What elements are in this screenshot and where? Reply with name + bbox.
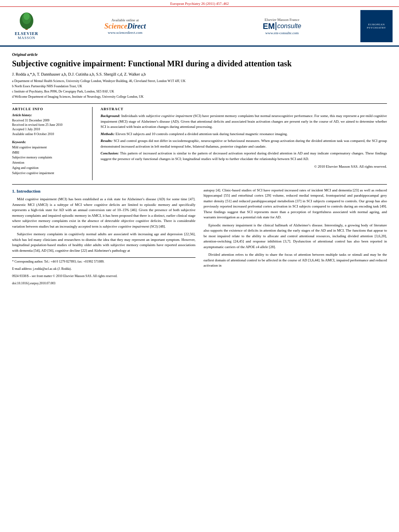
body-text-section: 1. Introduction Mild cognitive impairmen… [12, 188, 387, 289]
elsevier-tree-icon [16, 12, 37, 31]
abstract-background: Background: Individuals with subjective … [101, 113, 387, 130]
ep-logo-line1: EUROPEAN [368, 23, 385, 26]
elsevier-text: ELSEVIER [15, 31, 39, 36]
elsevier-masson-text: Elsevier Masson France [204, 18, 360, 22]
article-info-heading: ARTICLE INFO [12, 107, 86, 111]
intro-number: 1. [12, 189, 15, 193]
available-online-text: Available online at [47, 18, 204, 22]
abstract-copyright: © 2010 Elsevier Masson SAS. All rights r… [101, 164, 387, 170]
results-text: SCI and control groups did not differ in… [101, 139, 387, 148]
em-consulte-block: Elsevier Masson France EM consulte www.e… [204, 18, 360, 35]
keyword-3: Subjective memory complaints [12, 155, 86, 160]
svg-point-3 [24, 12, 30, 20]
authors-text: J. Rodda a,*,b, T. Dannhauser a,b, D.J. … [12, 72, 146, 76]
footnote-doi: doi:10.1016/j.eurpsy.2010.07.003 [12, 281, 195, 286]
article-info-column: ARTICLE INFO Article history: Received 3… [12, 107, 93, 180]
right-para1: autopsy [4]. Clinic-based studies of SCI… [204, 188, 387, 220]
keyword-4: Attention [12, 160, 86, 166]
abstract-conclusion: Conclusion: This pattern of increased ac… [101, 151, 387, 162]
journal-citation: European Psychiatry 26 (2011) 457–462 [170, 2, 229, 6]
body-right-column: autopsy [4]. Clinic-based studies of SCI… [204, 188, 387, 289]
keyword-2: fMRI [12, 150, 86, 156]
revised-text: Received in revised form 25 June 2010 [12, 123, 86, 127]
intro-para2: Subjective memory complaints in cognitiv… [12, 232, 195, 253]
affiliation-a: a Department of Mental Health Sciences, … [12, 79, 387, 84]
journal-header: European Psychiatry 26 (2011) 457–462 [0, 0, 399, 7]
results-label: Results: [101, 139, 113, 143]
affiliations-block: a Department of Mental Health Sciences, … [12, 79, 387, 99]
right-para3: Divided attention refers to the ability … [204, 252, 387, 269]
em-url: www.em-consulte.com [204, 31, 360, 35]
affiliation-b: b North Essex Partnership NHS Foundation… [12, 84, 387, 89]
keyword-1: Mild cognitive impairment [12, 145, 86, 150]
available-text: Available online 8 October 2010 [12, 132, 86, 136]
conclusion-label: Conclusion: [101, 151, 119, 155]
elsevier-logo: ELSEVIER MASSON [6, 12, 47, 40]
authors-line: J. Rodda a,*,b, T. Dannhauser a,b, D.J. … [12, 72, 387, 76]
right-para2: Episodic memory impairment is the clinic… [204, 223, 387, 250]
footnote-email: E-mail address: j.rodda@ucl.ac.uk (J. Ro… [12, 267, 195, 271]
sciencedirect-logo: ScienceDirect [47, 22, 204, 31]
received-text: Received 31 December 2009 [12, 118, 86, 123]
sciencedirect-block: Available online at ScienceDirect www.sc… [47, 18, 204, 35]
ep-logo-line2: PSYCHIATRY [367, 26, 386, 29]
logos-banner: ELSEVIER MASSON Available online at Scie… [0, 7, 399, 47]
background-label: Background: [101, 114, 120, 118]
methods-text: Eleven SCI subjects and 10 controls comp… [115, 132, 288, 136]
article-type-label: Original article [12, 52, 387, 57]
abstract-results: Results: SCI and control groups did not … [101, 138, 387, 149]
abstract-methods: Methods: Eleven SCI subjects and 10 cont… [101, 131, 387, 137]
background-text: Individuals with subjective cognitive im… [101, 114, 387, 129]
article-title: Subjective cognitive impairment: Functio… [12, 58, 387, 69]
intro-title: Introduction [16, 189, 41, 193]
intro-para1: Mild cognitive impairment (MCI) has been… [12, 197, 195, 229]
abstract-column: ABSTRACT Background: Individuals with su… [101, 107, 387, 180]
article-history-heading: Article history: [12, 113, 86, 117]
em-text: EM [263, 22, 275, 31]
article-history-section: Article history: Received 31 December 20… [12, 113, 86, 136]
keyword-6: Subjective cognitive impairment [12, 171, 86, 176]
accepted-text: Accepted 1 July 2010 [12, 127, 86, 131]
main-content: Original article Subjective cognitive im… [0, 47, 399, 292]
keywords-heading: Keywords: [12, 140, 86, 144]
intro-heading: 1. Introduction [12, 188, 195, 195]
footnote-corresponding: * Corresponding author. Tel.: +44 0 1279… [12, 259, 195, 264]
footnote-block: * Corresponding author. Tel.: +44 0 1279… [12, 257, 195, 286]
keywords-list: Mild cognitive impairment fMRI Subjectiv… [12, 145, 86, 176]
consulte-text: consulte [277, 23, 301, 30]
ep-logo-box: EUROPEAN PSYCHIATRY [360, 10, 393, 42]
keywords-section: Keywords: Mild cognitive impairment fMRI… [12, 140, 86, 176]
abstract-text: Background: Individuals with subjective … [101, 113, 387, 170]
affiliation-d: d Wellcome Department of Imaging Science… [12, 94, 387, 99]
affiliation-c: c Institute of Psychiatry, Box P096, De … [12, 89, 387, 94]
elsevier-subtext: MASSON [18, 36, 35, 40]
body-left-column: 1. Introduction Mild cognitive impairmen… [12, 188, 195, 289]
abstract-heading: ABSTRACT [101, 107, 387, 111]
section-divider [12, 184, 387, 185]
footnote-issn: 0924-9338/$ – see front matter © 2010 El… [12, 274, 195, 279]
methods-label: Methods: [101, 132, 115, 136]
em-divider [276, 22, 276, 30]
sciencedirect-url: www.sciencedirect.com [47, 31, 204, 35]
conclusion-text: This pattern of increased activation is … [101, 151, 387, 161]
info-abstract-section: ARTICLE INFO Article history: Received 3… [12, 103, 387, 180]
keyword-5: Aging and cognition [12, 166, 86, 171]
